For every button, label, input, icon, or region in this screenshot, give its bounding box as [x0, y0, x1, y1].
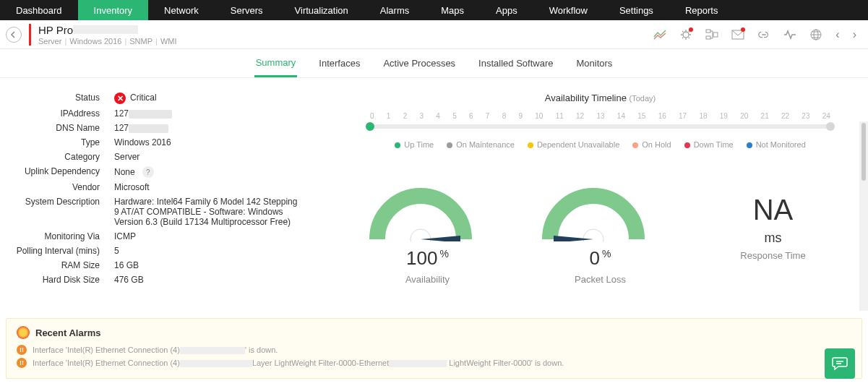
page-title: HP Pro: [38, 24, 177, 36]
timeline-end-handle[interactable]: [826, 122, 835, 131]
help-icon[interactable]: ?: [142, 166, 154, 178]
label-sysdesc: System Description: [9, 197, 114, 227]
nav-virtualization[interactable]: Virtualization: [279, 0, 364, 20]
title-block: HP Pro Server|Windows 2016|SNMP|WMI: [29, 24, 177, 46]
nav-dashboard[interactable]: Dashboard: [0, 0, 78, 20]
nav-alarms[interactable]: Alarms: [364, 0, 425, 20]
globe-icon[interactable]: [809, 28, 822, 41]
nav-maps[interactable]: Maps: [425, 0, 480, 20]
severity-icon: !!: [17, 358, 27, 368]
label-status: Status: [9, 93, 114, 104]
availability-panel: Availability Timeline (Today) 0123456789…: [341, 93, 859, 289]
top-nav: Dashboard Inventory Network Servers Virt…: [0, 0, 868, 20]
pulse-icon[interactable]: [783, 28, 796, 41]
scrollbar-thumb[interactable]: [861, 123, 866, 181]
availability-timeline[interactable]: 0123456789101112131415161718192021222324: [370, 112, 830, 129]
value-ip: 127: [114, 108, 319, 119]
back-button[interactable]: [6, 27, 22, 43]
nav-servers[interactable]: Servers: [215, 0, 279, 20]
value-uplink: None?: [114, 166, 319, 178]
gauge-availability-value: 100%: [366, 247, 489, 270]
value-poll: 5: [114, 246, 319, 256]
recent-alarms-header: Recent Alarms: [17, 326, 851, 339]
header-toolbar: ‹ ›: [653, 28, 856, 41]
tab-summary[interactable]: Summary: [254, 50, 298, 77]
nav-workflow[interactable]: Workflow: [533, 0, 603, 20]
value-dns: 127: [114, 123, 319, 133]
value-category: Server: [114, 152, 319, 162]
severity-icon: !!: [17, 345, 27, 355]
alarm-bell-icon: [17, 326, 30, 339]
timeline-start-handle[interactable]: [366, 122, 374, 131]
legend-up: Up Time: [395, 140, 434, 149]
vertical-scrollbar[interactable]: [859, 121, 868, 311]
label-ram: RAM Size: [9, 260, 114, 270]
label-hdd: Hard Disk Size: [9, 275, 114, 285]
label-category: Category: [9, 152, 114, 162]
timeline-ticks: 0123456789101112131415161718192021222324: [370, 112, 830, 120]
svg-rect-2: [706, 36, 710, 39]
gauge-response-value: NA: [712, 194, 835, 226]
gauge-availability: 100% Availability: [366, 185, 489, 285]
subtabs: Summary Interfaces Active Processes Inst…: [0, 49, 868, 78]
svg-point-0: [683, 32, 689, 38]
gauge-availability-label: Availability: [366, 274, 489, 285]
value-type: Windows 2016: [114, 137, 319, 147]
gauge-row: 100% Availability 0% Packet Loss NA ms R…: [341, 185, 859, 285]
timeline-track[interactable]: [370, 124, 830, 129]
gauge-packetloss-value: 0%: [539, 247, 662, 270]
gauge-response: NA ms Response Time: [712, 185, 835, 285]
page-header: HP Pro Server|Windows 2016|SNMP|WMI ‹ ›: [0, 20, 868, 49]
legend-down: Down Time: [684, 140, 734, 149]
nav-reports[interactable]: Reports: [669, 0, 734, 20]
gauge-response-unit: ms: [712, 231, 835, 246]
tools-icon[interactable]: [705, 28, 718, 41]
legend-maint: On Maintenance: [447, 140, 515, 149]
value-sysdesc: Hardware: Intel64 Family 6 Model 142 Ste…: [114, 197, 302, 227]
critical-icon: ✕: [114, 93, 126, 104]
legend-dep: Dependent Unavailable: [528, 140, 619, 149]
legend-hold: On Hold: [632, 140, 671, 149]
gauge-packetloss-label: Packet Loss: [539, 274, 662, 285]
tab-active-processes[interactable]: Active Processes: [382, 51, 457, 76]
value-monvia: ICMP: [114, 231, 319, 241]
label-uplink: Uplink Dependency: [9, 166, 114, 178]
availability-title: Availability Timeline (Today): [341, 93, 859, 103]
value-ram: 16 GB: [114, 260, 319, 270]
svg-rect-3: [713, 33, 718, 37]
tab-installed-software[interactable]: Installed Software: [477, 51, 554, 76]
breadcrumb: Server|Windows 2016|SNMP|WMI: [38, 37, 177, 46]
value-status: ✕Critical: [114, 93, 319, 104]
label-ip: IPAddress: [9, 108, 114, 119]
svg-rect-1: [706, 30, 710, 33]
value-hdd: 476 GB: [114, 275, 319, 285]
mail-icon[interactable]: [731, 28, 744, 41]
label-poll: Polling Interval (mins): [9, 246, 114, 256]
nav-settings[interactable]: Settings: [603, 0, 669, 20]
nav-apps[interactable]: Apps: [480, 0, 533, 20]
device-details: Status✕Critical IPAddress127 DNS Name127…: [9, 93, 319, 289]
value-vendor: Microsoft: [114, 182, 319, 192]
legend-nm: Not Monitored: [747, 140, 806, 149]
alarm-row[interactable]: !!Interface 'Intel(R) Ethernet Connectio…: [17, 345, 851, 355]
prev-page-icon[interactable]: ‹: [835, 28, 839, 41]
label-type: Type: [9, 137, 114, 147]
chat-fab[interactable]: [825, 348, 855, 379]
label-monvia: Monitoring Via: [9, 231, 114, 241]
next-page-icon[interactable]: ›: [853, 28, 856, 41]
link-icon[interactable]: [757, 28, 770, 41]
notification-icon[interactable]: [679, 28, 692, 41]
nav-inventory[interactable]: Inventory: [78, 0, 148, 20]
gauge-response-label: Response Time: [712, 250, 835, 261]
tab-interfaces[interactable]: Interfaces: [317, 51, 361, 76]
recent-alarms-panel: Recent Alarms !!Interface 'Intel(R) Ethe…: [6, 318, 862, 379]
timeline-legend: Up Time On Maintenance Dependent Unavail…: [341, 140, 859, 149]
chart-icon[interactable]: [653, 28, 666, 41]
alarm-row[interactable]: !!Interface 'Intel(R) Ethernet Connectio…: [17, 358, 851, 368]
tab-monitors[interactable]: Monitors: [575, 51, 614, 76]
label-dns: DNS Name: [9, 123, 114, 133]
gauge-packetloss: 0% Packet Loss: [539, 185, 662, 285]
summary-body: Status✕Critical IPAddress127 DNS Name127…: [0, 78, 868, 318]
label-vendor: Vendor: [9, 182, 114, 192]
nav-network[interactable]: Network: [148, 0, 215, 20]
